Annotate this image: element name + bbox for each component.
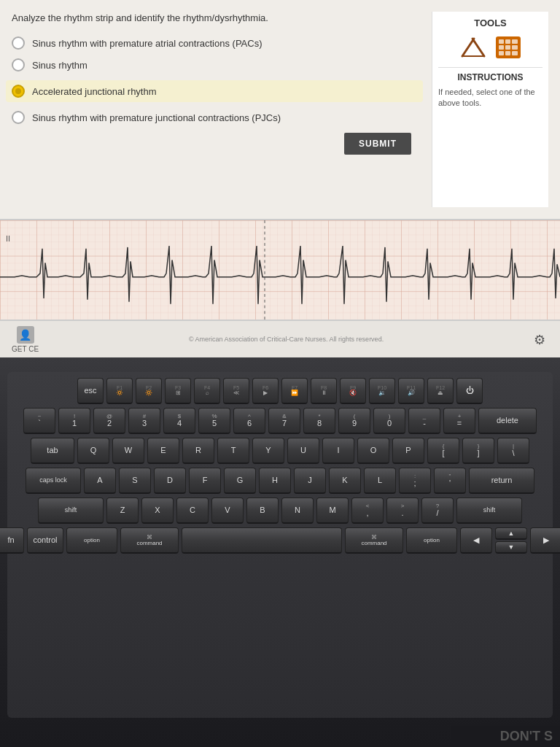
key-q[interactable]: Q — [77, 438, 109, 464]
key-fn[interactable]: fn — [0, 527, 24, 554]
screen: Analyze the rhythm strip and identify th… — [0, 0, 560, 357]
get-ce-icon: 👤 — [17, 326, 34, 344]
key-command-right[interactable]: ⌘ command — [345, 527, 403, 554]
key-arrow-right[interactable]: ▶ — [530, 527, 560, 554]
key-z[interactable]: Z — [106, 498, 139, 524]
key-p[interactable]: P — [392, 438, 424, 464]
key-backslash[interactable]: |\ — [497, 438, 529, 464]
key-x[interactable]: X — [141, 498, 174, 524]
key-f3[interactable]: F3⊞ — [165, 378, 191, 404]
answer-option-3[interactable]: Accelerated junctional rhythm — [6, 80, 423, 102]
key-a[interactable]: A — [84, 468, 116, 494]
key-d[interactable]: D — [154, 468, 186, 494]
key-rbracket[interactable]: }] — [462, 438, 494, 464]
instructions-title: INSTRUCTIONS — [438, 67, 542, 82]
key-8[interactable]: *8 — [303, 408, 335, 434]
key-f7[interactable]: F7⏩ — [281, 378, 308, 404]
submit-button[interactable]: SUBMIT — [344, 133, 411, 155]
key-i[interactable]: I — [322, 438, 354, 464]
key-h[interactable]: H — [259, 468, 291, 494]
keyboard-area: esc F1🔅 F2🔆 F3⊞ F4⌕ F5≪ F6▶ F7⏩ F8⏸ F9🔇 … — [0, 357, 560, 747]
key-shift-left[interactable]: shift — [38, 498, 104, 524]
key-t[interactable]: T — [217, 438, 249, 464]
key-f12[interactable]: F12⏏ — [427, 378, 454, 404]
key-b[interactable]: B — [246, 498, 279, 524]
key-f[interactable]: F — [189, 468, 221, 494]
key-s[interactable]: S — [119, 468, 151, 494]
key-f11[interactable]: F11🔊 — [398, 378, 424, 404]
key-arrow-left[interactable]: ◀ — [460, 527, 492, 554]
get-ce-button[interactable]: 👤 GET CE — [12, 326, 39, 353]
key-g[interactable]: G — [224, 468, 256, 494]
instructions-text: If needed, select one of the above tools… — [438, 87, 542, 109]
quiz-content: Analyze the rhythm strip and identify th… — [12, 12, 423, 207]
fn-key-row: esc F1🔅 F2🔆 F3⊞ F4⌕ F5≪ F6▶ F7⏩ F8⏸ F9🔇 … — [12, 378, 548, 404]
key-f8[interactable]: F8⏸ — [311, 378, 337, 404]
key-minus[interactable]: _- — [408, 408, 440, 434]
answer-option-1[interactable]: Sinus rhythm with premature atrial contr… — [12, 36, 423, 50]
key-control[interactable]: control — [27, 527, 63, 554]
key-caps[interactable]: caps lock — [26, 468, 81, 494]
submit-row: SUBMIT — [12, 133, 423, 155]
key-esc[interactable]: esc — [77, 378, 104, 404]
key-arrow-up[interactable]: ▲ — [495, 527, 527, 540]
key-4[interactable]: $4 — [163, 408, 195, 434]
key-j[interactable]: J — [294, 468, 326, 494]
key-3[interactable]: #3 — [128, 408, 160, 434]
tools-panel: TOOLS INSTR — [432, 12, 548, 207]
key-l[interactable]: L — [364, 468, 396, 494]
key-v[interactable]: V — [211, 498, 244, 524]
key-1[interactable]: !1 — [58, 408, 90, 434]
key-w[interactable]: W — [112, 438, 144, 464]
key-delete[interactable]: delete — [478, 408, 537, 434]
key-c[interactable]: C — [176, 498, 209, 524]
copyright-text: © American Association of Critical-Care … — [39, 336, 534, 343]
key-o[interactable]: O — [357, 438, 389, 464]
key-k[interactable]: K — [329, 468, 361, 494]
answer-option-4[interactable]: Sinus rhythm with premature junctional c… — [12, 111, 423, 124]
key-command-left[interactable]: ⌘ command — [120, 527, 179, 554]
key-f10[interactable]: F10🔉 — [369, 378, 395, 404]
key-lbracket[interactable]: {[ — [427, 438, 459, 464]
key-tab[interactable]: tab — [31, 438, 74, 464]
key-y[interactable]: Y — [252, 438, 284, 464]
key-comma[interactable]: <, — [351, 498, 384, 524]
key-5[interactable]: %5 — [198, 408, 230, 434]
key-r[interactable]: R — [182, 438, 214, 464]
key-return[interactable]: return — [469, 468, 534, 494]
key-space[interactable] — [182, 527, 342, 554]
key-power[interactable]: ⏻ — [456, 378, 483, 404]
key-f5[interactable]: F5≪ — [223, 378, 249, 404]
caliper-tool-button[interactable] — [459, 34, 488, 60]
key-equals[interactable]: += — [443, 408, 475, 434]
key-slash[interactable]: ?/ — [421, 498, 454, 524]
key-quote[interactable]: "' — [434, 468, 466, 494]
key-7[interactable]: &7 — [268, 408, 300, 434]
radio-circle-2 — [12, 58, 25, 71]
key-e[interactable]: E — [147, 438, 179, 464]
key-2[interactable]: @2 — [93, 408, 125, 434]
key-f9[interactable]: F9🔇 — [340, 378, 366, 404]
screen-footer: 👤 GET CE © American Association of Criti… — [0, 321, 560, 357]
calculator-tool-button[interactable] — [494, 34, 523, 60]
key-u[interactable]: U — [287, 438, 319, 464]
key-9[interactable]: (9 — [338, 408, 370, 434]
key-shift-right[interactable]: shift — [456, 498, 522, 524]
key-arrow-down[interactable]: ▼ — [495, 541, 527, 554]
bottom-key-row: fn control option ⌘ command ⌘ command op… — [12, 527, 548, 554]
key-semicolon[interactable]: :; — [399, 468, 431, 494]
key-backtick[interactable]: ~` — [23, 408, 55, 434]
key-f2[interactable]: F2🔆 — [136, 378, 162, 404]
key-period[interactable]: >. — [386, 498, 419, 524]
key-m[interactable]: M — [316, 498, 349, 524]
key-n[interactable]: N — [281, 498, 314, 524]
answer-option-2[interactable]: Sinus rhythm — [12, 58, 423, 71]
key-f4[interactable]: F4⌕ — [194, 378, 220, 404]
key-option-left[interactable]: option — [66, 527, 117, 554]
key-option-right[interactable]: option — [406, 527, 457, 554]
key-f1[interactable]: F1🔅 — [106, 378, 133, 404]
key-f6[interactable]: F6▶ — [252, 378, 279, 404]
key-6[interactable]: ^6 — [233, 408, 265, 434]
key-0[interactable]: )0 — [373, 408, 405, 434]
gear-icon[interactable]: ⚙ — [534, 332, 548, 347]
